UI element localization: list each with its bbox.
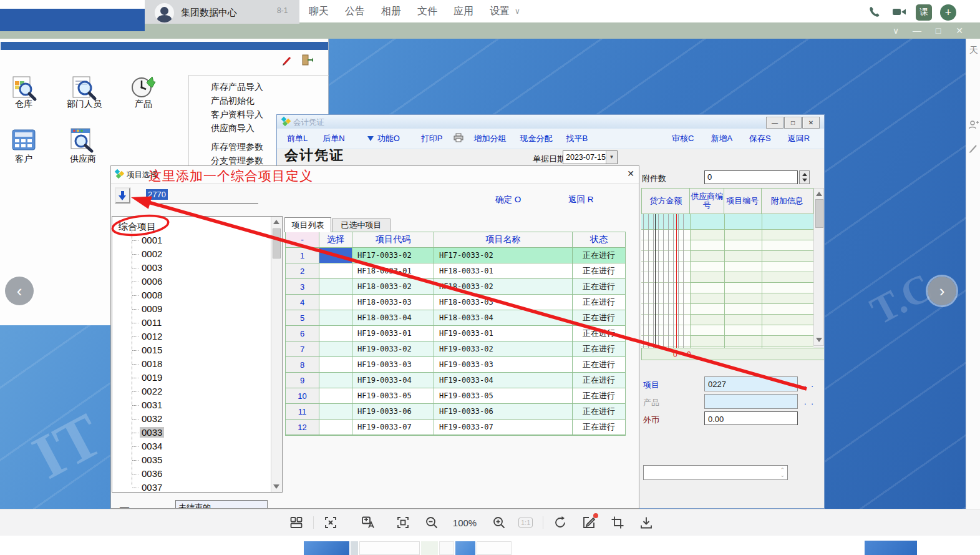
filmstrip-thumbnail[interactable] xyxy=(439,541,454,555)
product-lookup-button[interactable]: . . xyxy=(804,397,815,406)
filmstrip-thumbnail[interactable] xyxy=(359,541,420,555)
audit-button[interactable]: 审核C xyxy=(672,133,694,144)
minimize-icon[interactable]: — xyxy=(912,26,922,36)
tree-item[interactable]: 0006 xyxy=(112,275,271,288)
extract-text-icon[interactable] xyxy=(323,514,339,531)
filmstrip-thumbnail[interactable] xyxy=(351,541,358,555)
table-row[interactable]: 4 HF18-0033-03 HF18-0033-03 正在进行 xyxy=(286,295,625,310)
print-button[interactable]: 打印P xyxy=(421,133,443,144)
doc-date-input[interactable]: 2023-07-15 ▼ xyxy=(563,150,618,164)
chat-app-tab[interactable]: 相册 xyxy=(381,5,401,18)
maximize-icon[interactable]: □ xyxy=(933,26,943,36)
next-doc-button[interactable]: 后单N xyxy=(323,133,344,144)
class-badge-icon[interactable]: 课 xyxy=(916,4,932,21)
customer-icon[interactable] xyxy=(10,126,37,154)
return-button[interactable]: 返回 R xyxy=(568,194,594,205)
product-field-input[interactable] xyxy=(704,394,798,409)
tree-item[interactable]: 0003 xyxy=(112,261,271,275)
add-contact-icon[interactable] xyxy=(969,120,979,132)
add-icon[interactable]: + xyxy=(940,4,956,21)
table-row[interactable]: 11 HF19-0033-06 HF19-0033-06 正在进行 xyxy=(286,404,625,420)
add-group-button[interactable]: 增加分组 xyxy=(473,133,506,144)
table-row[interactable]: 8 HF19-0033-03 HF19-0033-03 正在进行 xyxy=(286,357,625,373)
printer-icon[interactable] xyxy=(454,133,463,144)
select-cell[interactable] xyxy=(319,420,352,435)
close-icon[interactable]: ✕ xyxy=(625,168,636,179)
pencil-icon[interactable] xyxy=(969,144,979,156)
close-icon[interactable]: ✕ xyxy=(802,117,820,129)
select-cell[interactable] xyxy=(319,326,352,341)
tree-item[interactable]: 0032 xyxy=(112,412,271,426)
customize-pen-icon[interactable] xyxy=(282,55,293,66)
select-cell[interactable] xyxy=(319,279,352,295)
new-button[interactable]: 新增A xyxy=(711,133,732,144)
chat-conversation-header[interactable]: 集团数据中心 8-1 xyxy=(145,0,299,24)
select-cell[interactable] xyxy=(319,373,352,388)
collapse-icon[interactable]: ∨ xyxy=(891,26,901,36)
table-row[interactable]: 7 HF19-0033-02 HF19-0033-02 正在进行 xyxy=(286,341,625,357)
chevron-down-icon[interactable]: ∨ xyxy=(515,7,520,16)
filmstrip-thumbnail[interactable] xyxy=(477,541,512,555)
tree-item[interactable]: 0011 xyxy=(112,316,271,330)
voice-call-icon[interactable] xyxy=(867,4,883,21)
minimize-icon[interactable]: — xyxy=(766,117,784,129)
expand-down-button[interactable] xyxy=(115,187,130,204)
select-cell[interactable] xyxy=(319,248,352,263)
tree-item[interactable]: 0002 xyxy=(112,247,271,261)
tab-selected-projects[interactable]: 已选中项目 xyxy=(332,219,391,232)
product-icon[interactable] xyxy=(130,74,157,101)
return-button[interactable]: 返回R xyxy=(788,133,810,144)
tree-scrollbar[interactable] xyxy=(271,217,282,492)
project-field-input[interactable]: 0227 xyxy=(704,376,798,391)
crop-icon[interactable] xyxy=(609,514,626,531)
chat-app-tab[interactable]: 聊天 xyxy=(309,5,329,18)
video-call-icon[interactable] xyxy=(891,4,908,21)
chat-app-tab[interactable]: 文件 xyxy=(417,5,437,18)
select-cell[interactable] xyxy=(319,388,352,404)
next-image-button[interactable]: › xyxy=(928,277,956,305)
select-cell[interactable] xyxy=(319,357,352,373)
remark-spinner-input[interactable]: ⌃ ⌄ xyxy=(643,465,788,480)
tree-item[interactable]: 0036 xyxy=(112,467,271,481)
chat-app-tab[interactable]: 公告 xyxy=(345,5,365,18)
zoom-in-icon[interactable] xyxy=(491,514,507,531)
voucher-grid-scrollbar[interactable] xyxy=(813,188,824,346)
calendar-dropdown-icon[interactable]: ▼ xyxy=(606,151,617,164)
tree-item[interactable]: 0037 xyxy=(112,481,271,494)
tree-item[interactable]: 0001 xyxy=(112,233,271,247)
close-icon[interactable]: ✕ xyxy=(954,26,964,36)
filmstrip-thumbnail[interactable] xyxy=(421,541,438,555)
balance-button[interactable]: 找平B xyxy=(566,133,588,144)
table-row[interactable]: 5 HF18-0033-04 HF18-0033-04 正在进行 xyxy=(286,310,625,326)
select-cell[interactable] xyxy=(319,310,352,326)
table-row[interactable]: 9 HF19-0033-04 HF19-0033-04 正在进行 xyxy=(286,373,625,388)
cash-allocation-button[interactable]: 现金分配 xyxy=(520,133,552,144)
confirm-button[interactable]: 确定 O xyxy=(495,194,521,205)
chat-app-tab[interactable]: 设置 xyxy=(490,5,510,18)
exit-icon[interactable] xyxy=(302,54,313,66)
select-cell[interactable] xyxy=(319,404,352,420)
tree-item[interactable]: 0022 xyxy=(112,385,271,398)
chat-app-tab[interactable]: 应用 xyxy=(454,5,473,18)
tree-item[interactable]: 0034 xyxy=(112,440,271,453)
tree-item[interactable]: 0012 xyxy=(112,330,271,343)
translate-icon[interactable] xyxy=(360,514,376,531)
tree-item[interactable]: 0035 xyxy=(112,453,271,467)
table-row[interactable]: 1 HF17-0033-02 HF17-0033-02 正在进行 xyxy=(286,248,625,263)
save-button[interactable]: 保存S xyxy=(749,133,771,144)
tree-root-node[interactable]: 综合项目 xyxy=(119,220,156,233)
layout-grid-icon[interactable] xyxy=(288,514,304,531)
prev-doc-button[interactable]: 前单L xyxy=(287,133,308,144)
menu-item[interactable]: 产品初始化 xyxy=(211,94,326,107)
table-row[interactable]: 12 HF19-0033-07 HF19-0033-07 正在进行 xyxy=(286,420,625,435)
tree-item[interactable]: 0018 xyxy=(112,357,271,371)
functions-button[interactable]: 功能O xyxy=(377,133,400,144)
table-row[interactable]: 3 HF18-0033-02 HF18-0033-02 正在进行 xyxy=(286,279,625,295)
tree-item[interactable]: 0015 xyxy=(112,343,271,357)
menu-item[interactable]: 库存产品导入 xyxy=(211,80,326,94)
previous-image-button[interactable]: ‹ xyxy=(5,277,34,305)
select-cell[interactable] xyxy=(319,341,352,357)
tree-item[interactable]: 0033 xyxy=(112,426,271,440)
project-lookup-button[interactable]: . . xyxy=(804,380,815,389)
fit-screen-icon[interactable] xyxy=(395,514,411,531)
